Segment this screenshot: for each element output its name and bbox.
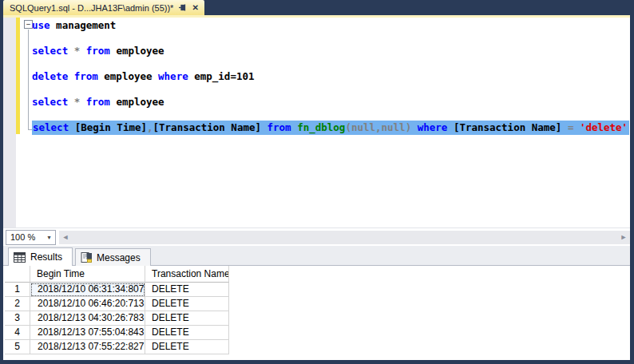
document-tab-strip: SQLQuery1.sql - D...JHA13F\admin (55))* …: [3, 0, 630, 15]
code-line[interactable]: select * from employee: [32, 45, 628, 57]
tab-sqlquery1[interactable]: SQLQuery1.sql - D...JHA13F\admin (55))* …: [3, 0, 204, 15]
scroll-right-icon[interactable]: ►: [617, 231, 630, 244]
document-area: SQLQuery1.sql - D...JHA13F\admin (55))* …: [3, 0, 630, 360]
data-cell[interactable]: 2018/12/10 06:46:20:713: [30, 297, 145, 311]
code-line[interactable]: [32, 32, 628, 45]
data-cell[interactable]: DELETE: [145, 283, 229, 297]
data-cell[interactable]: DELETE: [145, 297, 229, 311]
row-number-cell[interactable]: 5: [5, 340, 30, 354]
table-row: 32018/12/13 04:30:26:783DELETE: [5, 311, 229, 326]
data-cell[interactable]: DELETE: [145, 326, 229, 340]
grid-body: 12018/12/10 06:31:34:807DELETE22018/12/1…: [5, 283, 229, 354]
table-row: 22018/12/10 06:46:20:713DELETE: [5, 297, 229, 311]
zoom-value: 100 %: [6, 232, 43, 242]
row-number-cell[interactable]: 2: [5, 297, 30, 311]
data-cell[interactable]: 2018/12/13 07:55:04:843: [30, 326, 145, 340]
close-icon[interactable]: ✕: [192, 4, 198, 12]
editor-status-row: 100 % ▾ ◄ ►: [3, 228, 630, 246]
tab-messages[interactable]: Messages: [75, 248, 151, 266]
tab-title: SQLQuery1.sql - D...JHA13F\admin (55))*: [10, 3, 173, 13]
code-line[interactable]: select * from employee: [32, 96, 628, 109]
sql-editor[interactable]: − use managementselect * from employeede…: [3, 18, 630, 228]
grid-header-cell[interactable]: Transaction Name: [145, 266, 229, 283]
row-number-cell[interactable]: 4: [5, 326, 30, 340]
horizontal-scrollbar[interactable]: ◄ ►: [59, 231, 630, 244]
chevron-down-icon: ▾: [43, 234, 55, 241]
data-cell[interactable]: 2018/12/10 06:31:34:807: [30, 283, 145, 297]
code-line[interactable]: [32, 83, 628, 96]
table-row: 12018/12/10 06:31:34:807DELETE: [5, 283, 229, 297]
data-cell[interactable]: DELETE: [145, 311, 229, 326]
grid-header-cell[interactable]: Begin Time: [30, 266, 145, 283]
code-line[interactable]: select [Begin Time],[Transaction Name] f…: [32, 121, 628, 134]
code-line[interactable]: [32, 57, 628, 70]
results-tab-band: Results Messages: [3, 246, 630, 266]
ssms-window: SQLQuery1.sql - D...JHA13F\admin (55))* …: [0, 0, 634, 364]
editor-indicator-margin: [3, 18, 16, 228]
results-grid-icon: [14, 252, 26, 263]
outline-guide-line: [28, 30, 29, 129]
row-number-cell[interactable]: 1: [5, 283, 30, 297]
code-lines[interactable]: use managementselect * from employeedele…: [32, 19, 628, 134]
tab-results-label: Results: [30, 251, 62, 263]
row-number-cell[interactable]: 3: [5, 311, 30, 326]
table-row: 42018/12/13 07:55:04:843DELETE: [5, 326, 229, 340]
results-grid: Begin TimeTransaction Name 12018/12/10 0…: [5, 266, 229, 354]
code-line[interactable]: [32, 109, 628, 121]
grid-header-row: Begin TimeTransaction Name: [5, 266, 229, 283]
scroll-left-icon[interactable]: ◄: [59, 231, 72, 244]
messages-icon: [81, 252, 92, 263]
selected-text: select [Begin Time],[Transaction Name] f…: [32, 121, 629, 135]
tab-messages-label: Messages: [97, 252, 141, 263]
grid-header-cell[interactable]: [5, 266, 30, 283]
data-cell[interactable]: 2018/12/13 07:55:22:827: [30, 340, 145, 354]
results-pane: Begin TimeTransaction Name 12018/12/10 0…: [3, 266, 630, 360]
code-line[interactable]: use management: [32, 19, 628, 32]
data-cell[interactable]: DELETE: [145, 340, 229, 354]
data-cell[interactable]: 2018/12/13 04:30:26:783: [30, 311, 145, 326]
tab-results[interactable]: Results: [8, 247, 73, 266]
pin-icon[interactable]: [178, 3, 187, 12]
change-tracking-bar: [16, 18, 20, 134]
code-line[interactable]: delete from employee where emp_id=101: [32, 70, 628, 83]
zoom-dropdown[interactable]: 100 % ▾: [6, 230, 56, 245]
table-row: 52018/12/13 07:55:22:827DELETE: [5, 340, 229, 354]
